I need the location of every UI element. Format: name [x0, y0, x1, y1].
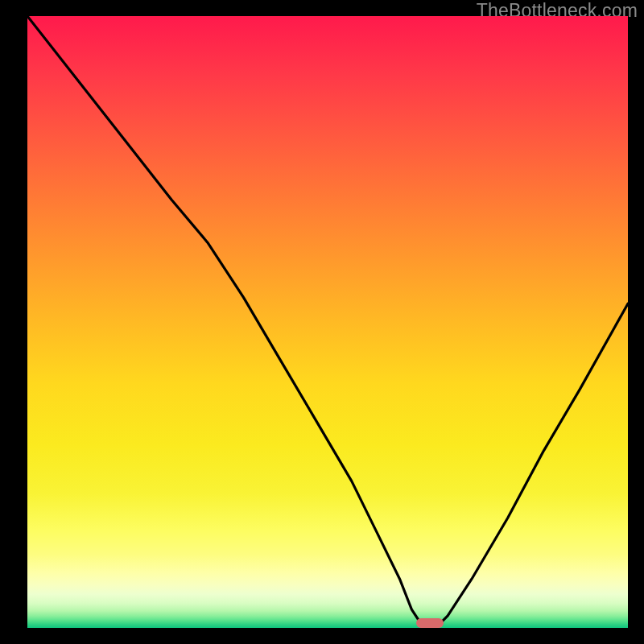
optimum-marker — [416, 618, 444, 628]
curve-svg — [27, 16, 628, 628]
plot-area — [27, 16, 628, 628]
bottleneck-curve — [27, 16, 628, 628]
chart-frame: TheBottleneck.com — [0, 0, 644, 644]
